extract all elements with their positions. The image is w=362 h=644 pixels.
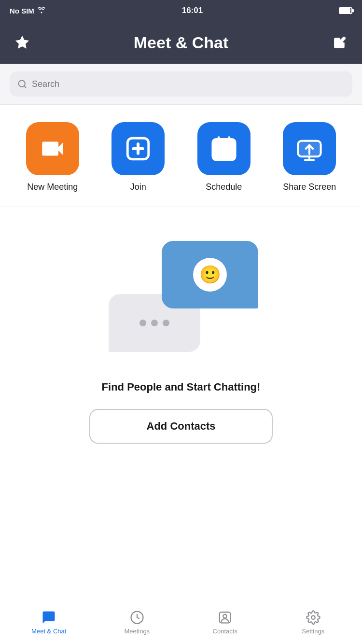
tab-meetings[interactable]: Meetings bbox=[93, 605, 181, 635]
nav-bar: Meet & Chat bbox=[0, 21, 362, 64]
dot-2 bbox=[151, 320, 158, 326]
tab-settings-label: Settings bbox=[302, 628, 324, 635]
svg-marker-0 bbox=[16, 37, 28, 47]
tab-contacts[interactable]: Contacts bbox=[181, 605, 269, 635]
add-contacts-label: Add Contacts bbox=[147, 420, 216, 433]
search-container bbox=[0, 64, 362, 104]
dot-3 bbox=[163, 320, 169, 326]
tab-contacts-label: Contacts bbox=[213, 628, 237, 635]
status-bar-time: 16:01 bbox=[182, 6, 203, 15]
schedule-button[interactable]: 19 OCT Schedule bbox=[190, 122, 258, 192]
share-screen-button[interactable]: Share Screen bbox=[276, 122, 343, 192]
join-icon-bg bbox=[111, 122, 165, 175]
meetings-icon bbox=[130, 610, 144, 625]
share-compose-button[interactable] bbox=[329, 32, 350, 53]
status-bar: No SIM 16:01 bbox=[0, 0, 362, 21]
contacts-icon bbox=[218, 610, 232, 625]
svg-text:19: 19 bbox=[219, 149, 229, 158]
add-contacts-button[interactable]: Add Contacts bbox=[89, 409, 273, 444]
battery-icon bbox=[339, 7, 352, 14]
blue-bubble: 🙂 bbox=[162, 241, 258, 308]
empty-state-title: Find People and Start Chatting! bbox=[102, 381, 261, 393]
schedule-label: Schedule bbox=[206, 182, 242, 192]
svg-point-23 bbox=[311, 616, 315, 619]
tab-settings[interactable]: Settings bbox=[269, 605, 358, 635]
carrier-label: No SIM bbox=[10, 7, 34, 15]
tab-meet-chat[interactable]: Meet & Chat bbox=[5, 605, 93, 635]
share-screen-icon-bg bbox=[283, 122, 336, 175]
svg-text:OCT: OCT bbox=[220, 141, 228, 145]
new-meeting-label: New Meeting bbox=[27, 182, 78, 192]
favorite-button[interactable] bbox=[12, 32, 33, 53]
join-label: Join bbox=[130, 182, 146, 192]
svg-line-2 bbox=[24, 86, 26, 88]
search-bar[interactable] bbox=[10, 71, 352, 97]
tab-meetings-label: Meetings bbox=[124, 628, 150, 635]
wifi-icon bbox=[37, 7, 46, 15]
tab-bar: Meet & Chat Meetings Contacts bbox=[0, 596, 362, 644]
dot-1 bbox=[139, 320, 146, 326]
search-icon bbox=[17, 79, 27, 89]
share-screen-icon bbox=[295, 135, 323, 163]
status-bar-left: No SIM bbox=[10, 7, 46, 15]
search-input[interactable] bbox=[32, 79, 345, 89]
video-camera-icon bbox=[39, 135, 67, 163]
main-content: New Meeting Join bbox=[0, 64, 362, 511]
new-meeting-button[interactable]: New Meeting bbox=[19, 122, 86, 192]
svg-point-22 bbox=[223, 615, 227, 618]
smiley-face: 🙂 bbox=[193, 258, 227, 292]
calendar-icon: 19 OCT bbox=[210, 135, 238, 163]
share-screen-label: Share Screen bbox=[283, 182, 336, 192]
empty-state: 🙂 Find People and Start Chatting! Add Co… bbox=[0, 207, 362, 463]
chat-illustration: 🙂 bbox=[99, 236, 263, 362]
join-button[interactable]: Join bbox=[104, 122, 172, 192]
new-meeting-icon-bg bbox=[26, 122, 79, 175]
settings-icon bbox=[306, 610, 320, 625]
schedule-icon-bg: 19 OCT bbox=[197, 122, 251, 175]
action-grid: New Meeting Join bbox=[0, 105, 362, 202]
status-bar-right bbox=[339, 7, 352, 14]
tab-meet-chat-label: Meet & Chat bbox=[31, 628, 66, 635]
nav-title: Meet & Chat bbox=[33, 33, 329, 52]
meet-chat-icon bbox=[42, 610, 56, 625]
plus-circle-icon bbox=[124, 135, 152, 163]
